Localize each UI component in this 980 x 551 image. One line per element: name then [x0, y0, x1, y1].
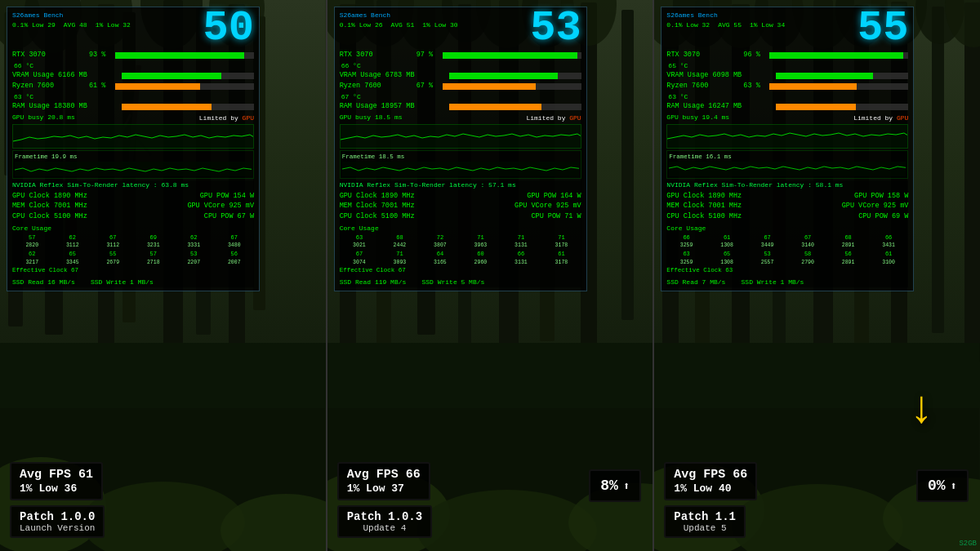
fps-display-1: 50 — [203, 7, 254, 50]
bench-label-1: S26ames Bench — [12, 11, 63, 20]
core-usage-1: Core Usage 576267696267 2820311231123231… — [12, 224, 254, 276]
frametime-graph-1 — [15, 162, 252, 176]
fps-box-2: Avg FPS 66 1% Low 37 — [337, 462, 430, 500]
core-usage-2: Core Usage 636872717171 3021244238073963… — [340, 224, 581, 276]
bench-label-2: S26ames Bench — [340, 11, 390, 20]
panel-2: S26ames Bench 0.1% Low 26 AVG 51 1% Low … — [327, 0, 655, 551]
frametime-section-2: Frametime 18.5 ms — [340, 150, 581, 179]
svg-rect-33 — [621, 10, 634, 320]
main-scene: S26ames Bench 0.1% Low 29 AVG 48 1% Low … — [0, 0, 980, 551]
frametime-section-1: Frametime 19.9 ms — [12, 150, 254, 179]
frametime-graph-3 — [669, 162, 906, 176]
hud-2: S26ames Bench 0.1% Low 26 AVG 51 1% Low … — [334, 7, 587, 291]
cpu-temp-1: 63 °C — [14, 92, 254, 101]
gpu-name-2: RTX 3070 — [340, 51, 413, 60]
pct-num-3: 0% — [928, 478, 946, 494]
cpu-bar-3 — [769, 83, 908, 90]
cores-row1-2: 636872717171 — [340, 233, 581, 242]
gpu-bar-3 — [769, 52, 908, 59]
low1pct-1: 1% Low 36 — [20, 482, 93, 495]
stats-2: NVIDIA Reflex Sim-To-Render latency : 57… — [340, 180, 581, 287]
cores-row2-2: 677164606661 — [340, 250, 581, 259]
low1pct-2: 1% Low 37 — [347, 482, 421, 495]
gpu-bar-1 — [115, 52, 254, 59]
pct-badge-3: 0% ⬆ — [916, 469, 969, 502]
patch-title-3: Patch 1.1 — [674, 510, 736, 523]
gpu-temp-1: 66 °C — [14, 61, 254, 70]
gpu-pct-1: 93 % — [89, 51, 112, 60]
bottom-info-3: Avg FPS 66 1% Low 40 Patch 1.1 Update 5 — [664, 462, 757, 538]
ram-bar-2 — [449, 104, 581, 110]
pct-badge-2: 8% ⬆ — [589, 469, 641, 502]
fps-box-3: Avg FPS 66 1% Low 40 — [664, 462, 757, 500]
up-arrow-3: ⬆ — [951, 479, 957, 493]
ram-label-1: RAM Usage 18380 MB — [12, 102, 118, 112]
gpu-busy-2: GPU busy 18.5 ms — [340, 113, 403, 122]
pct-num-2: 8% — [600, 478, 618, 494]
gpu-name-1: RTX 3070 — [12, 51, 86, 60]
stats-3: NVIDIA Reflex Sim-To-Render latency : 58… — [666, 180, 908, 287]
gpu-pct-2: 97 % — [416, 51, 439, 60]
patch-title-1: Patch 1.0.0 — [20, 510, 95, 523]
reflex-1: NVIDIA Reflex Sim-To-Render latency : 63… — [12, 180, 254, 190]
avg-fps-2: Avg FPS 66 — [347, 468, 421, 482]
hud-1: S26ames Bench 0.1% Low 29 AVG 48 1% Low … — [7, 7, 260, 291]
ram-bar-1 — [122, 104, 254, 110]
vram-label-2: VRAM Usage 6783 MB — [340, 71, 446, 81]
cpu-temp-2: 67 °C — [341, 92, 581, 101]
avg-label-3: AVG 55 — [718, 20, 742, 29]
limited-by-2: Limited by GPU — [526, 113, 581, 122]
avg-fps-1: Avg FPS 61 — [20, 468, 93, 482]
limited-by-3: Limited by GPU — [853, 113, 908, 122]
cores-row1-1: 576267696267 — [12, 233, 254, 242]
fps-box-1: Avg FPS 61 1% Low 36 — [10, 462, 103, 500]
frametime-graph-2 — [342, 162, 579, 176]
panel-1: S26ames Bench 0.1% Low 29 AVG 48 1% Low … — [0, 0, 327, 551]
core-usage-3: Core Usage 666167676866 3259130834493140… — [666, 224, 908, 276]
frametime-label-1: Frametime 19.9 ms — [15, 153, 252, 162]
fps-graph-3 — [666, 124, 908, 149]
reflex-3: NVIDIA Reflex Sim-To-Render latency : 58… — [666, 180, 908, 190]
patch-sub-1: Launch Version — [20, 523, 95, 533]
svg-rect-56 — [964, 2, 980, 362]
row1-right-3: 1% Low 34 — [750, 20, 785, 29]
cpu-name-2: Ryzen 7600 — [340, 82, 413, 91]
patch-title-2: Patch 1.0.3 — [347, 510, 422, 523]
bench-label-3: S26ames Bench — [666, 11, 717, 20]
cores-sub1-2: 302124423807396331313178 — [340, 242, 581, 250]
yellow-arrow: ↓ — [907, 387, 935, 433]
ssd-row-3: SSD Read 7 MB/s SSD Write 1 MB/s — [666, 278, 908, 287]
patch-box-1: Patch 1.0.0 Launch Version — [10, 505, 105, 538]
gpu-temp-2: 66 °C — [341, 61, 581, 70]
frametime-section-3: Frametime 16.1 ms — [666, 150, 908, 179]
cores-sub2-3: 325913082557279028913100 — [666, 259, 908, 267]
gpu-pct-3: 96 % — [743, 51, 766, 60]
vram-bar-3 — [776, 73, 908, 79]
patch-sub-3: Update 5 — [674, 523, 736, 533]
vram-label-3: VRAM Usage 6098 MB — [666, 71, 773, 81]
cores-row2-3: 636553585661 — [666, 250, 908, 259]
cpu-pct-1: 61 % — [89, 82, 112, 91]
patch-box-2: Patch 1.0.3 Update 4 — [337, 505, 432, 538]
row1-left-3: 0.1% Low 32 — [666, 20, 710, 29]
watermark: S2GB — [959, 540, 977, 548]
cores-sub1-1: 282031123112323133313480 — [12, 242, 254, 250]
hud-3: S26ames Bench 0.1% Low 32 AVG 55 1% Low … — [661, 7, 914, 291]
panel-3: S26ames Bench 0.1% Low 32 AVG 55 1% Low … — [654, 0, 980, 551]
stats-1: NVIDIA Reflex Sim-To-Render latency : 63… — [12, 180, 254, 287]
bottom-info-2: Avg FPS 66 1% Low 37 Patch 1.0.3 Update … — [337, 462, 432, 538]
cpu-name-1: Ryzen 7600 — [12, 82, 86, 91]
cores-sub2-1: 321733452679271822072007 — [12, 259, 254, 267]
svg-rect-17 — [0, 343, 326, 408]
avg-fps-3: Avg FPS 66 — [674, 468, 747, 482]
cores-sub1-3: 325913083449314028913431 — [666, 242, 908, 250]
gpu-bar-2 — [443, 52, 581, 59]
reflex-2: NVIDIA Reflex Sim-To-Render latency : 57… — [340, 180, 581, 190]
vram-label-1: VRAM Usage 6166 MB — [12, 71, 118, 81]
ssd-row-1: SSD Read 16 MB/s SSD Write 1 MB/s — [12, 278, 254, 287]
row1-right-2: 1% Low 30 — [422, 20, 457, 29]
ssd-row-2: SSD Read 119 MB/s SSD Write 5 MB/s — [340, 278, 581, 287]
avg-label-2: AVG 51 — [390, 20, 414, 29]
cpu-bar-1 — [115, 83, 254, 90]
fps-graph-2 — [340, 124, 581, 149]
